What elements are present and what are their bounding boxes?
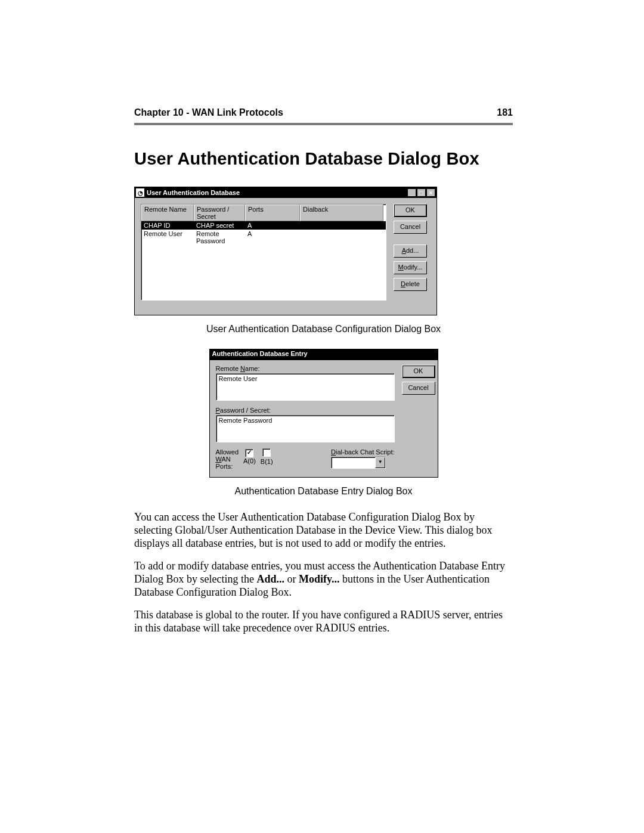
cell-secret: CHAP secret	[194, 221, 245, 230]
paragraph-1: You can access the User Authentication D…	[134, 511, 513, 550]
port-b-checkbox[interactable]	[262, 448, 271, 457]
modify-button[interactable]: Modify...	[394, 261, 427, 274]
list-header: Remote Name Password / Secret Ports Dial…	[141, 205, 386, 221]
cancel-button[interactable]: Cancel	[394, 221, 427, 234]
add-button[interactable]: Add...	[394, 244, 427, 258]
chapter-label: Chapter 10 - WAN Link Protocols	[134, 107, 477, 118]
entry-cancel-button[interactable]: Cancel	[402, 382, 435, 395]
paragraph-3: This database is global to the router. I…	[134, 609, 513, 635]
cell-secret: Remote Password	[194, 230, 245, 245]
allowed-wan-ports-label: AllowedWANPorts:	[216, 448, 239, 470]
dialback-script-dropdown[interactable]: ▼	[331, 457, 386, 469]
cell-dialback	[300, 221, 383, 230]
running-header: Chapter 10 - WAN Link Protocols 181	[134, 107, 513, 118]
col-password-secret[interactable]: Password / Secret	[194, 205, 245, 221]
cell-name: Remote User	[141, 230, 194, 245]
remote-name-field[interactable]: Remote User	[216, 373, 395, 401]
col-remote-name[interactable]: Remote Name	[141, 205, 194, 221]
cell-dialback	[300, 230, 383, 245]
header-rule	[134, 123, 513, 125]
page-title: User Authentication Database Dialog Box	[134, 149, 513, 169]
entry-ok-button[interactable]: OK	[402, 365, 435, 378]
maximize-button[interactable]: □	[417, 188, 426, 197]
delete-button[interactable]: Delete	[394, 278, 427, 291]
port-a-checkbox[interactable]: ✓	[245, 449, 253, 457]
paragraph-2: To add or modify database entries, you m…	[134, 560, 513, 599]
port-a-label: A(0)	[243, 457, 256, 465]
auth-db-dialog: ◔ User Authentication Database _ □ × Rem…	[134, 187, 437, 315]
auth-entry-dialog: Authentication Database Entry Remote Nam…	[209, 349, 438, 478]
allowed-wan-ports-group: AllowedWANPorts: ✓ A(0) B(1)	[216, 448, 273, 470]
password-secret-field[interactable]: Remote Password	[216, 415, 395, 442]
password-secret-label: Password / Secret:	[216, 407, 395, 414]
port-b-label: B(1)	[261, 458, 273, 465]
dialog2-caption: Authentication Database Entry Dialog Box	[134, 486, 513, 497]
dialback-script-label: Dial-back Chat Script:	[331, 448, 394, 456]
app-icon: ◔	[136, 188, 144, 197]
dialog1-caption: User Authentication Database Configurati…	[134, 324, 513, 335]
body-text: You can access the User Authentication D…	[134, 511, 513, 635]
remote-name-label: Remote Name:	[216, 365, 395, 372]
col-ports[interactable]: Ports	[245, 205, 300, 221]
col-dialback[interactable]: Dialback	[300, 205, 383, 221]
page-number: 181	[477, 107, 513, 118]
cell-name: CHAP ID	[141, 221, 194, 230]
minimize-button[interactable]: _	[407, 188, 416, 197]
dialback-script-value	[332, 457, 375, 468]
auth-db-titlebar: ◔ User Authentication Database _ □ ×	[135, 187, 436, 198]
table-row[interactable]: CHAP ID CHAP secret A	[141, 221, 386, 230]
cell-ports: A	[245, 221, 300, 230]
cell-ports: A	[245, 230, 300, 245]
table-row[interactable]: Remote User Remote Password A	[141, 230, 386, 245]
close-button[interactable]: ×	[426, 188, 435, 197]
ok-button[interactable]: OK	[394, 204, 427, 217]
chevron-down-icon[interactable]: ▼	[375, 457, 385, 468]
auth-db-title: User Authentication Database	[147, 189, 407, 196]
auth-entry-titlebar: Authentication Database Entry	[210, 349, 438, 360]
entries-listbox[interactable]: Remote Name Password / Secret Ports Dial…	[141, 204, 386, 301]
